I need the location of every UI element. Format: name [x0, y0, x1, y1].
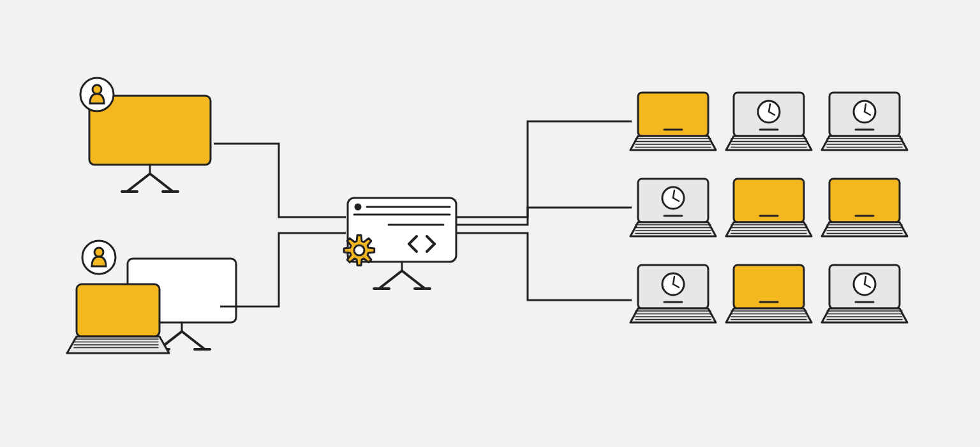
svg-point-21 — [94, 248, 103, 257]
laptop-icon — [67, 284, 169, 353]
laptop-active-icon — [726, 265, 812, 322]
person-icon — [82, 241, 115, 274]
connector — [456, 233, 632, 300]
svg-line-34 — [402, 271, 425, 289]
gear-icon — [344, 235, 375, 266]
laptop-waiting-icon — [726, 93, 812, 150]
connector — [220, 233, 346, 307]
config-server-icon — [344, 198, 456, 289]
client-desktop — [80, 78, 211, 192]
svg-rect-14 — [77, 284, 160, 337]
svg-point-31 — [354, 245, 364, 255]
connector — [214, 144, 346, 217]
laptop-waiting-icon — [822, 93, 907, 150]
svg-line-33 — [379, 271, 402, 289]
worker-grid — [630, 93, 907, 322]
laptop-active-icon — [726, 179, 812, 236]
svg-line-11 — [182, 331, 205, 349]
svg-point-23 — [355, 204, 360, 209]
svg-line-2 — [127, 174, 150, 192]
laptop-waiting-icon — [822, 265, 907, 322]
laptop-waiting-icon — [630, 179, 716, 236]
laptop-active-icon — [822, 179, 907, 236]
laptop-active-icon — [630, 93, 716, 150]
svg-line-3 — [150, 174, 173, 192]
person-icon — [80, 78, 114, 111]
client-workstation — [67, 241, 236, 353]
connector — [456, 121, 632, 217]
architecture-diagram — [0, 0, 980, 447]
svg-point-7 — [93, 85, 101, 94]
laptop-waiting-icon — [630, 265, 716, 322]
